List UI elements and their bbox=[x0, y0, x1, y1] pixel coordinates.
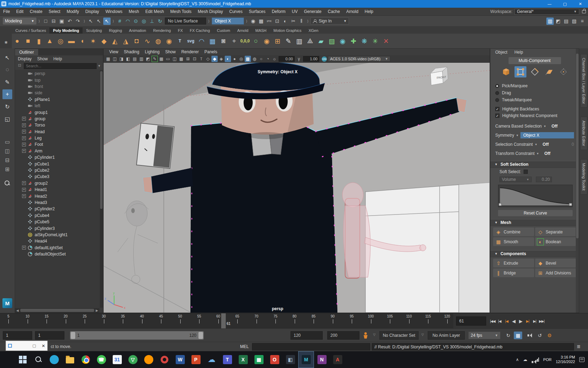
falloff-mode-select[interactable]: Volume▼ bbox=[499, 177, 532, 182]
shelf-gear-icon[interactable]: ✱ bbox=[4, 40, 7, 45]
poly-pipe-icon[interactable]: ◘ bbox=[131, 35, 142, 47]
outliner-item-foot[interactable]: +Foot bbox=[15, 141, 99, 148]
shelf-tab-xgen[interactable]: XGen bbox=[305, 27, 322, 34]
row-transform-constraint[interactable]: Transform Constraint▼Off bbox=[495, 149, 574, 158]
mesh-section-header[interactable]: ▼Mesh bbox=[490, 219, 579, 226]
menu-curves[interactable]: Curves bbox=[226, 8, 246, 16]
outliner-menu-show[interactable]: Show bbox=[37, 56, 48, 61]
outliner-item-head3[interactable]: Head3 bbox=[15, 199, 99, 206]
expand-icon[interactable]: + bbox=[22, 194, 26, 198]
tray-network-icon[interactable] bbox=[536, 357, 539, 362]
shaded-icon[interactable]: ◆ bbox=[211, 56, 218, 62]
soft-selection-header[interactable]: ▼Soft Selection bbox=[490, 161, 579, 168]
component-mode-button[interactable]: Multi-Component bbox=[509, 57, 561, 64]
outliner-item-aiskydomelight1[interactable]: aiSkyDomeLight1 bbox=[15, 232, 99, 238]
step-forward-key-button[interactable]: ▶| bbox=[524, 316, 531, 326]
outliner-vscrollbar[interactable] bbox=[100, 70, 103, 308]
poly-helix-icon[interactable]: ∿ bbox=[142, 35, 153, 47]
edge-mode-icon[interactable] bbox=[529, 66, 541, 77]
gamma-field[interactable]: 1.00 bbox=[303, 56, 319, 62]
time-slider[interactable]: 5101520253035404550556065707580859095100… bbox=[0, 313, 588, 328]
textured-icon[interactable]: ◈ bbox=[218, 56, 224, 62]
cached-playback-icon[interactable]: ▦ bbox=[514, 332, 522, 339]
outliner-item-top[interactable]: top bbox=[15, 77, 99, 83]
exposure-icon[interactable]: ☼ bbox=[271, 56, 278, 62]
multi-cut-active-icon[interactable]: ✎ bbox=[152, 56, 158, 62]
outliner-search-input[interactable] bbox=[24, 63, 97, 69]
render-current-frame-icon[interactable]: ▩ bbox=[258, 18, 265, 25]
close-button[interactable]: ✕ bbox=[573, 0, 588, 8]
origin-icon[interactable]: 0,0,0 bbox=[240, 35, 250, 47]
animation-preferences-icon[interactable]: ⚙ bbox=[545, 332, 554, 339]
viewport-menu-view[interactable]: View bbox=[106, 49, 121, 55]
outliner-tab[interactable]: Outliner bbox=[15, 49, 38, 55]
search-button[interactable] bbox=[30, 351, 46, 368]
resolution-gate-icon[interactable]: ◫ bbox=[172, 56, 178, 62]
whatsapp-icon[interactable]: ☎ bbox=[93, 351, 109, 368]
menu-file[interactable]: File bbox=[0, 8, 13, 16]
expand-icon[interactable]: + bbox=[22, 188, 26, 192]
step-back-frame-button[interactable]: |◀ bbox=[496, 316, 503, 326]
workspace-select[interactable]: General*▼ bbox=[514, 9, 579, 15]
ao-icon[interactable]: ◎ bbox=[238, 56, 244, 62]
range-end-handle[interactable] bbox=[198, 332, 203, 339]
poly-platonic-icon[interactable]: ◆ bbox=[99, 35, 109, 47]
svg-tool-icon[interactable]: svg bbox=[186, 35, 196, 47]
outliner-item-side[interactable]: side bbox=[15, 90, 99, 96]
render-settings-icon[interactable]: ⊡ bbox=[274, 18, 281, 25]
action-center-icon[interactable] bbox=[579, 357, 584, 362]
wireframe-icon[interactable]: ◇ bbox=[205, 56, 211, 62]
viewport-menu-show[interactable]: Show bbox=[162, 49, 178, 55]
shelf-tab-mash[interactable]: MASH bbox=[252, 27, 270, 34]
bookmarks-icon[interactable]: ◧ bbox=[125, 56, 131, 62]
menu-create[interactable]: Create bbox=[27, 8, 46, 16]
poly-disc-icon[interactable]: ◖ bbox=[77, 35, 88, 47]
menu-edit-mesh[interactable]: Edit Mesh bbox=[142, 8, 167, 16]
outliner-hscrollbar[interactable]: ◀▶ bbox=[15, 308, 99, 313]
side-tab-modeling-toolkit[interactable]: Modeling Toolkit bbox=[580, 159, 587, 195]
outliner-item-arm[interactable]: +Arm bbox=[15, 148, 99, 154]
mini-window-maximize-icon[interactable]: ▢ bbox=[33, 343, 36, 348]
tray-onedrive-icon[interactable]: ☁ bbox=[523, 357, 527, 362]
command-input-field[interactable] bbox=[252, 343, 370, 350]
expand-icon[interactable]: + bbox=[22, 117, 26, 121]
select-component-icon[interactable]: ↖ bbox=[103, 18, 111, 25]
shelf-tab-poly-modeling[interactable]: Poly Modeling bbox=[49, 27, 83, 34]
reset-curve-button[interactable]: Reset Curve bbox=[498, 210, 573, 216]
playback-range-slider[interactable]: 1 120 bbox=[70, 331, 204, 340]
object-mode-icon[interactable] bbox=[500, 66, 512, 77]
delete-icon[interactable]: ✕ bbox=[381, 35, 391, 47]
boolean-button[interactable]: ◐Boolean bbox=[535, 237, 576, 246]
add-divisions-button[interactable]: ⊞Add Divisions bbox=[535, 268, 576, 277]
multi-cut-icon[interactable]: ✎ bbox=[283, 35, 294, 47]
outliner-item-pcube1[interactable]: pCube1 bbox=[15, 161, 99, 167]
uv-mode-icon[interactable] bbox=[558, 66, 569, 77]
safe-action-icon[interactable]: ⊡ bbox=[191, 56, 198, 62]
expand-icon[interactable]: + bbox=[22, 136, 26, 140]
outliner-item-pcylinder2[interactable]: pCylinder2 bbox=[15, 206, 99, 212]
go-to-start-button[interactable]: |◀◀ bbox=[489, 316, 496, 326]
time-history-icon[interactable]: ↺ bbox=[536, 332, 544, 339]
firefox-icon[interactable] bbox=[141, 351, 156, 368]
step-forward-frame-button[interactable]: ▶| bbox=[531, 316, 538, 326]
word-icon[interactable]: W bbox=[172, 351, 188, 368]
menu-surfaces[interactable]: Surfaces bbox=[246, 8, 268, 16]
zoom-tool-icon[interactable] bbox=[5, 180, 10, 186]
dropdown-icon[interactable]: ▼ bbox=[544, 125, 546, 128]
minimized-os-window[interactable]: ▢ ✕ bbox=[6, 341, 48, 351]
poly-cube-icon[interactable]: ■ bbox=[23, 35, 33, 47]
toolkit-menu-object[interactable]: Object bbox=[495, 50, 507, 55]
uv-sphere-projection-icon[interactable]: ◉ bbox=[261, 35, 272, 47]
expand-icon[interactable]: + bbox=[22, 149, 26, 153]
sheets-icon[interactable]: ▦ bbox=[251, 351, 267, 368]
outliner-menu-help[interactable]: Help bbox=[53, 56, 62, 61]
outliner-item-group[interactable]: +group bbox=[15, 116, 99, 122]
render-view-icon[interactable]: ◉ bbox=[250, 18, 257, 25]
maximize-button[interactable]: ▢ bbox=[557, 0, 573, 8]
chrome-icon[interactable] bbox=[78, 351, 93, 368]
menu-mesh[interactable]: Mesh bbox=[126, 8, 142, 16]
poly-cylinder-icon[interactable]: ▮ bbox=[34, 35, 44, 47]
undo-icon[interactable]: ↶ bbox=[66, 18, 74, 25]
grid-toggle-icon[interactable]: ▦ bbox=[158, 56, 164, 62]
xgen-interactive-icon[interactable]: ✳ bbox=[370, 35, 380, 47]
